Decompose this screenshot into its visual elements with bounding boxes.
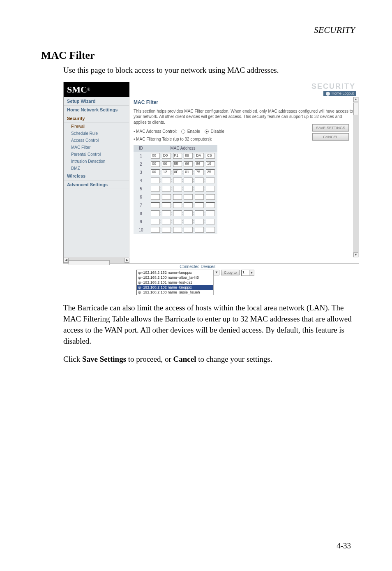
table-row: 300:12:8F:01:75:25: [134, 168, 217, 176]
mac-octet-input[interactable]: DA: [195, 153, 204, 159]
scroll-h-thumb[interactable]: [69, 260, 110, 265]
device-list-item[interactable]: ip=192.168.2.103 name=susie_hsueh: [137, 290, 213, 295]
sidebar-item-home-network-settings[interactable]: Home Network Settings: [64, 106, 129, 114]
mac-octet-input[interactable]: [206, 219, 215, 224]
mac-octet-input[interactable]: [206, 178, 215, 183]
mac-octet-input[interactable]: [151, 227, 160, 233]
mac-octet-input[interactable]: [151, 178, 160, 183]
mac-octet-input[interactable]: [195, 178, 204, 183]
mac-octet-input[interactable]: [173, 210, 182, 216]
mac-octet-input[interactable]: [184, 194, 193, 200]
sidebar-item-schedule-rule[interactable]: Schedule Rule: [64, 130, 129, 137]
sidebar-item-access-control[interactable]: Access Control: [64, 137, 129, 144]
mac-octet-input[interactable]: [195, 194, 204, 200]
sidebar-item-advanced-settings[interactable]: Advanced Settings: [64, 180, 129, 189]
mac-octet-input[interactable]: [195, 202, 204, 208]
mac-octet-input[interactable]: D0: [162, 153, 171, 159]
mac-octet-input[interactable]: 00: [151, 161, 160, 167]
save-settings-button[interactable]: SAVE SETTINGS: [312, 124, 349, 132]
mac-octet-input[interactable]: C6: [206, 153, 215, 159]
mac-octet-input[interactable]: [173, 227, 182, 233]
mac-octet-input[interactable]: 25: [206, 169, 215, 175]
sidebar-item-security[interactable]: Security: [64, 114, 129, 123]
mac-octet-input[interactable]: 66: [184, 161, 193, 167]
mac-octet-input[interactable]: [162, 194, 171, 200]
logo: SMC®: [64, 82, 129, 97]
sidebar-item-mac-filter[interactable]: MAC Filter: [64, 144, 129, 151]
mac-octet-input[interactable]: [173, 194, 182, 200]
mac-octet-input[interactable]: 00: [151, 169, 160, 175]
mac-octet-input[interactable]: [151, 186, 160, 192]
sidebar-item-setup-wizard[interactable]: Setup Wizard: [64, 97, 129, 106]
mac-octet-input[interactable]: [151, 210, 160, 216]
mac-octet-input[interactable]: [184, 202, 193, 208]
device-list-item[interactable]: ip=192.168.2.102 name=knoppix: [137, 285, 213, 290]
mac-octet-input[interactable]: [206, 202, 215, 208]
mac-octet-input[interactable]: [173, 202, 182, 208]
mac-octet-input[interactable]: [184, 210, 193, 216]
mac-octet-input[interactable]: [173, 186, 182, 192]
mac-octet-input[interactable]: 01: [184, 169, 193, 175]
mac-octet-input[interactable]: [173, 178, 182, 183]
sidebar-item-dmz[interactable]: DMZ: [64, 165, 129, 172]
scroll-left-button[interactable]: ◀: [64, 258, 69, 263]
mac-octet-input[interactable]: 86: [195, 161, 204, 167]
scroll-right-button[interactable]: ▶: [125, 258, 129, 263]
mac-octet-input[interactable]: [151, 194, 160, 200]
mac-octet-input[interactable]: [162, 227, 171, 233]
mac-octet-input[interactable]: [151, 202, 160, 208]
sidebar-item-firewall[interactable]: Firewall: [64, 123, 129, 130]
mac-octet-input[interactable]: [162, 186, 171, 192]
mac-octet-input[interactable]: 00: [162, 161, 171, 167]
mac-octet-input[interactable]: [195, 210, 204, 216]
sidebar-item-parental-control[interactable]: Parental Control: [64, 151, 129, 158]
mac-octet-input[interactable]: [206, 210, 215, 216]
copy-to-button[interactable]: Copy to: [221, 270, 240, 275]
vertical-scrollbar[interactable]: ▲ ▼: [353, 97, 359, 257]
col-id: ID: [134, 145, 148, 152]
enable-radio[interactable]: [181, 129, 185, 134]
mac-octet-input[interactable]: [184, 227, 193, 233]
scroll-thumb[interactable]: [353, 103, 358, 115]
table-row: 5:::::: [134, 185, 217, 193]
mac-octet-input[interactable]: [184, 219, 193, 224]
mac-octet-input[interactable]: 12: [162, 169, 171, 175]
mac-octet-input[interactable]: [206, 227, 215, 233]
mac-octet-input[interactable]: [195, 227, 204, 233]
mac-octet-input[interactable]: [162, 210, 171, 216]
mac-octet-input[interactable]: [206, 194, 215, 200]
mac-octet-input[interactable]: 75: [195, 169, 204, 175]
mac-octet-input[interactable]: [184, 186, 193, 192]
device-list-item[interactable]: ip=192.168.2.152 name=knoppix: [137, 270, 213, 275]
sidebar-item-intrusion-detection[interactable]: Intrusion Detection: [64, 158, 129, 165]
device-list[interactable]: ip=192.168.2.152 name=knoppixip=192.168.…: [136, 270, 214, 295]
mac-octet-input[interactable]: [173, 219, 182, 224]
scroll-up-button[interactable]: ▲: [353, 97, 358, 102]
device-list-item[interactable]: ip=192.168.2.101 name=test-ds1: [137, 280, 213, 285]
mac-octet-input[interactable]: [195, 219, 204, 224]
chevron-down-icon[interactable]: ▼: [249, 270, 254, 275]
home-logout-bar[interactable]: Home Logout: [323, 91, 356, 96]
mac-octet-input[interactable]: 19: [206, 161, 215, 167]
mac-octet-input[interactable]: 55: [173, 161, 182, 167]
mac-octet-input[interactable]: [184, 178, 193, 183]
mac-octet-input[interactable]: F1: [173, 153, 182, 159]
dropdown-handle[interactable]: ▼: [214, 270, 219, 275]
p2-a: Click: [63, 355, 82, 363]
horizontal-scrollbar[interactable]: ◀ ▶: [64, 257, 129, 263]
scroll-down-button[interactable]: ▼: [353, 252, 358, 257]
disable-radio[interactable]: [205, 129, 209, 134]
mac-octet-input[interactable]: [206, 186, 215, 192]
copy-index-select[interactable]: 1 ▼: [241, 270, 254, 276]
mac-octet-input[interactable]: [151, 219, 160, 224]
mac-octet-input[interactable]: [195, 186, 204, 192]
mac-octet-input[interactable]: [162, 178, 171, 183]
mac-octet-input[interactable]: 89: [184, 153, 193, 159]
device-list-item[interactable]: ip=192.168.2.100 name=alber_lai-hB: [137, 275, 213, 280]
mac-octet-input[interactable]: [162, 202, 171, 208]
cancel-button[interactable]: CANCEL: [312, 133, 349, 141]
mac-octet-input[interactable]: [162, 219, 171, 224]
sidebar-item-wireless[interactable]: Wireless: [64, 172, 129, 180]
mac-octet-input[interactable]: 00: [151, 153, 160, 159]
mac-octet-input[interactable]: 8F: [173, 169, 182, 175]
